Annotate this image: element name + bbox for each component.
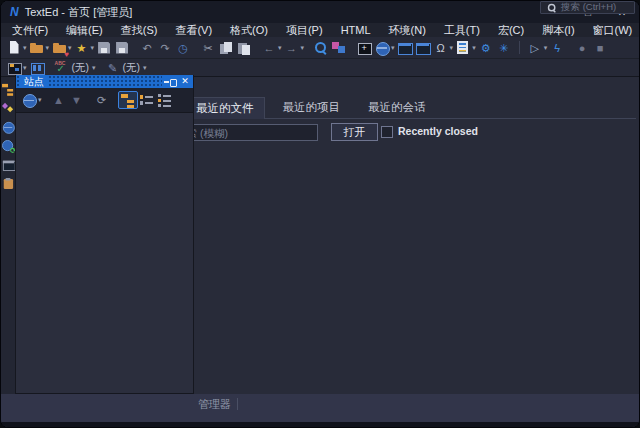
menu-item-file[interactable]: 文件(F): [3, 23, 57, 37]
menu-item-macro[interactable]: 宏(C): [489, 23, 533, 37]
menu-item-format[interactable]: 格式(O): [221, 23, 277, 37]
record-macro-icon: ●: [574, 40, 590, 56]
run-quick-icon: ϟ: [549, 40, 565, 56]
plugins-button[interactable]: ✳: [495, 39, 513, 57]
move-up-icon: ▲: [51, 92, 67, 108]
highlight-brush-button[interactable]: ✎(无)▾: [104, 59, 148, 77]
save-button[interactable]: [95, 39, 113, 57]
menu-item-window[interactable]: 窗口(W): [584, 23, 640, 37]
redo-button[interactable]: ↷: [156, 39, 174, 57]
stop-macro-button[interactable]: ■: [591, 39, 609, 57]
redo-icon: ↷: [157, 40, 173, 56]
highlight-brush-dropdown-icon[interactable]: ▾: [143, 64, 147, 72]
site-panel-titlebar[interactable]: 站点 ✕: [16, 75, 193, 88]
preview-panel-button[interactable]: [1, 157, 16, 172]
open-file-button[interactable]: ▾: [28, 39, 51, 57]
navigate-forward-button[interactable]: →▾: [283, 39, 306, 57]
tools-wrench-button[interactable]: ⚙: [477, 39, 495, 57]
refresh-icon: ⟳: [94, 92, 110, 108]
site-panel-close-icon[interactable]: ✕: [179, 75, 191, 88]
menu-item-edit[interactable]: 编辑(E): [57, 23, 112, 37]
window-layout-dropdown-icon[interactable]: ▾: [23, 64, 27, 72]
new-file-dropdown-icon[interactable]: ▾: [23, 44, 27, 52]
run-quick-button[interactable]: ϟ: [548, 39, 566, 57]
paste-button[interactable]: [235, 39, 253, 57]
menu-item-project[interactable]: 项目(P): [277, 23, 332, 37]
special-characters-icon: Ω: [433, 40, 449, 56]
copy-button[interactable]: [217, 39, 235, 57]
site-panel-body[interactable]: [16, 113, 193, 393]
open-button[interactable]: 打开: [331, 123, 378, 141]
column-mode-icon: [29, 60, 45, 76]
site-browser-button[interactable]: ▾: [20, 91, 43, 109]
compare-button[interactable]: [330, 39, 348, 57]
tab-recent-sessions[interactable]: 最近的会话: [358, 97, 436, 118]
view-list-button[interactable]: [138, 91, 156, 109]
sync-panel-icon: [1, 139, 15, 153]
move-up-button[interactable]: ▲: [50, 91, 68, 109]
format-document-dropdown-icon[interactable]: ▾: [472, 44, 476, 52]
workspace: 最近的文件最近的项目最近的会话 打开 Recently closed 站点 ✕ …: [1, 77, 639, 394]
history-button[interactable]: ◷: [174, 39, 192, 57]
spellcheck-button[interactable]: (无)▾: [53, 59, 97, 77]
tab-recent-projects[interactable]: 最近的项目: [273, 97, 351, 118]
run-button[interactable]: ▷▾: [526, 39, 549, 57]
navigate-forward-dropdown-icon[interactable]: ▾: [301, 44, 305, 52]
favorites-star-dropdown-icon[interactable]: ▾: [91, 44, 95, 52]
preview-internal-button[interactable]: [396, 39, 414, 57]
preview-external-button[interactable]: [414, 39, 432, 57]
view-tree-button[interactable]: [118, 91, 138, 109]
special-characters-dropdown-icon[interactable]: ▾: [450, 44, 454, 52]
menu-item-html[interactable]: HTML: [332, 23, 380, 37]
site-tree-panel-button[interactable]: [1, 81, 16, 96]
toolbar-separator: [519, 41, 520, 54]
spellcheck-dropdown-icon[interactable]: ▾: [92, 64, 96, 72]
home-page: 最近的文件最近的项目最近的会话 打开 Recently closed: [151, 77, 636, 394]
view-details-button[interactable]: [156, 91, 174, 109]
clipboard-panel-button[interactable]: [1, 176, 16, 191]
site-tree-panel-icon: [1, 82, 15, 96]
app-logo-icon: N: [10, 1, 19, 23]
run-dropdown-icon[interactable]: ▾: [544, 44, 548, 52]
new-browser-window-icon: [356, 40, 372, 56]
move-down-button[interactable]: ▼: [68, 91, 86, 109]
navigate-back-button[interactable]: ←▾: [260, 39, 283, 57]
dock-tab-manager[interactable]: 管理器: [194, 396, 235, 413]
format-document-button[interactable]: ▾: [454, 39, 477, 57]
global-search-input[interactable]: 搜索 (Ctrl+H): [540, 1, 635, 14]
search-icon: [546, 2, 557, 13]
browser-button[interactable]: ▾: [373, 39, 396, 57]
site-browser-dropdown-icon[interactable]: ▾: [38, 96, 42, 104]
run-icon: ▷: [527, 40, 543, 56]
menu-item-script[interactable]: 脚本(I): [533, 23, 583, 37]
favorites-star-button[interactable]: ★▾: [73, 39, 96, 57]
menu-item-view[interactable]: 查看(V): [166, 23, 221, 37]
home-search-row: 打开 Recently closed: [151, 124, 636, 142]
record-macro-button[interactable]: ●: [573, 39, 591, 57]
favorites-star-icon: ★: [74, 40, 90, 56]
find-in-files-button[interactable]: [312, 39, 330, 57]
browser-panel-button[interactable]: [1, 119, 16, 134]
new-browser-window-button[interactable]: [355, 39, 373, 57]
recently-closed-checkbox[interactable]: [381, 126, 393, 138]
special-characters-button[interactable]: Ω▾: [432, 39, 455, 57]
save-all-button[interactable]: [113, 39, 131, 57]
tab-recent-files[interactable]: 最近的文件: [185, 97, 265, 119]
menu-item-find[interactable]: 查找(S): [112, 23, 167, 37]
menu-item-environment[interactable]: 环境(N): [380, 23, 435, 37]
open-file-icon: [29, 40, 45, 56]
browser-icon: [374, 40, 390, 56]
undo-button[interactable]: ↶: [138, 39, 156, 57]
open-file-dropdown-icon[interactable]: ▾: [46, 44, 50, 52]
sync-panel-button[interactable]: [1, 138, 16, 153]
refresh-button[interactable]: ⟳: [93, 91, 111, 109]
plugins-panel-button[interactable]: [1, 100, 16, 115]
menu-item-tools[interactable]: 工具(T): [435, 23, 489, 37]
pin-icon[interactable]: [164, 76, 177, 88]
navigate-back-dropdown-icon[interactable]: ▾: [278, 44, 282, 52]
open-favorite-button[interactable]: ♥▾: [50, 39, 73, 57]
browser-dropdown-icon[interactable]: ▾: [391, 44, 395, 52]
new-file-button[interactable]: ▾: [5, 39, 28, 57]
cut-button[interactable]: ✂: [199, 39, 217, 57]
navigate-forward-icon: →: [284, 40, 300, 56]
